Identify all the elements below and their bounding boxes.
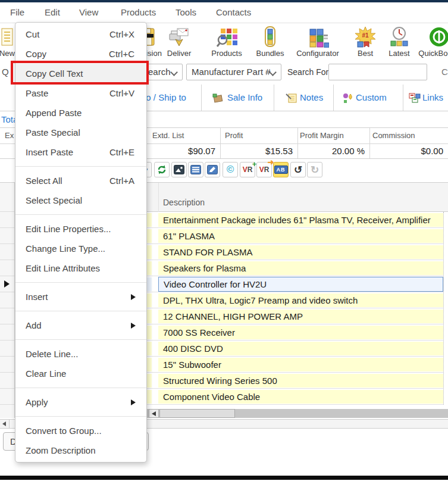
text-lines-icon bbox=[190, 164, 201, 175]
menu-view[interactable]: View bbox=[79, 2, 98, 23]
description-cell[interactable]: Structured Wiring Series 500 bbox=[158, 374, 443, 388]
tab-notes[interactable]: Notes bbox=[300, 85, 323, 111]
row-selector-cell[interactable] bbox=[0, 228, 14, 244]
search-for-label: Search For: bbox=[287, 67, 331, 77]
menu-item-paste[interactable]: Ctrl+VPaste bbox=[15, 83, 146, 103]
menu-item-paste-special[interactable]: Paste Special bbox=[15, 123, 146, 142]
row-selector-cell[interactable] bbox=[0, 276, 14, 292]
menu-item-label: Cut bbox=[26, 29, 39, 39]
tab-custom[interactable]: Custom bbox=[356, 85, 387, 111]
deliver-icon bbox=[152, 25, 206, 48]
bundles-icon bbox=[243, 25, 297, 48]
deliver-button[interactable]: Deliver bbox=[152, 25, 206, 61]
menu-item-append-paste[interactable]: Append Paste bbox=[15, 103, 146, 123]
scroll-left-arrow-icon[interactable] bbox=[149, 409, 159, 418]
ab-text-icon: AB bbox=[274, 165, 288, 174]
menu-edit[interactable]: Edit bbox=[45, 2, 60, 23]
row-selector-cell[interactable] bbox=[0, 292, 14, 308]
edit-button[interactable] bbox=[205, 162, 220, 177]
menu-item-label: Select All bbox=[26, 176, 62, 186]
deliver-label: Deliver bbox=[152, 49, 206, 58]
menu-item-cut[interactable]: Ctrl+XCut bbox=[15, 24, 146, 44]
description-cell[interactable]: 12 CHANNEL, HIGH POWER AMP bbox=[158, 310, 443, 323]
menu-separator bbox=[15, 339, 146, 340]
description-cell[interactable]: Component Video Cable bbox=[158, 390, 443, 404]
menu-contacts[interactable]: Contacts bbox=[216, 2, 251, 23]
copyscape-button[interactable]: © bbox=[223, 162, 238, 177]
menu-file[interactable]: File bbox=[10, 2, 24, 23]
part-number-dropdown[interactable]: Manufacturer Part # bbox=[186, 64, 281, 80]
menu-shortcut: Ctrl+X bbox=[109, 24, 134, 44]
menu-item-select-special[interactable]: Select Special bbox=[15, 190, 146, 210]
totals-header: Profit bbox=[225, 131, 243, 140]
row-selector-cell[interactable] bbox=[0, 244, 14, 260]
submenu-arrow-icon bbox=[131, 294, 136, 300]
row-selector-cell[interactable] bbox=[0, 308, 14, 324]
current-row-indicator-icon bbox=[4, 280, 10, 288]
menu-item-label: Insert bbox=[26, 292, 48, 302]
menu-item-select-all[interactable]: Ctrl+ASelect All bbox=[15, 171, 146, 190]
row-selector-cell[interactable] bbox=[0, 389, 14, 405]
search-for-input[interactable] bbox=[328, 64, 427, 80]
menu-item-label: Select Special bbox=[26, 195, 82, 205]
row-selector-cell[interactable] bbox=[0, 212, 14, 228]
refresh-button[interactable] bbox=[154, 162, 170, 177]
menubar: FileEditViewProductsToolsContacts bbox=[0, 2, 448, 23]
bundles-button[interactable]: Bundles bbox=[243, 25, 297, 61]
menu-tools[interactable]: Tools bbox=[176, 2, 196, 23]
row-selector-header bbox=[0, 182, 14, 212]
description-cell[interactable]: 7000 SS Receiver bbox=[158, 326, 443, 339]
right-edge-fragment: C bbox=[441, 67, 448, 77]
menu-item-label: Edit Line Properties... bbox=[26, 224, 111, 234]
menu-separator bbox=[15, 388, 146, 388]
image-button[interactable] bbox=[171, 162, 187, 177]
vendor-add-button[interactable]: VR+ bbox=[240, 162, 255, 177]
quickbooks-button[interactable]: QuickBooks bbox=[412, 25, 448, 61]
menu-item-zoom-description[interactable]: Zoom Description bbox=[15, 441, 146, 460]
menu-item-delete-line[interactable]: Delete Line... bbox=[15, 344, 146, 364]
menu-item-convert-to-group[interactable]: Convert to Group... bbox=[15, 421, 146, 441]
row-selector-cell[interactable] bbox=[0, 324, 14, 341]
lines-button[interactable] bbox=[188, 162, 203, 177]
description-cell[interactable]: DPL, THX Ultra, Logic7 Preamp and video … bbox=[158, 293, 443, 307]
menu-item-insert-paste[interactable]: Ctrl+EInsert Paste bbox=[15, 142, 146, 162]
menu-item-change-line-type[interactable]: Change Line Type... bbox=[15, 239, 146, 258]
description-cell[interactable]: 15" Subwoofer bbox=[158, 358, 443, 371]
menu-products[interactable]: Products bbox=[121, 2, 156, 23]
undo-button[interactable]: ↺ bbox=[290, 162, 306, 177]
row-selector-cell[interactable] bbox=[0, 341, 14, 357]
menu-item-label: Edit Line Attributes bbox=[26, 263, 100, 273]
menu-item-edit-line-properties[interactable]: Edit Line Properties... bbox=[15, 219, 146, 239]
description-cell[interactable]: STAND FOR PLASMA bbox=[158, 245, 443, 259]
menu-shortcut: Ctrl+A bbox=[109, 171, 134, 190]
menu-item-apply[interactable]: Apply bbox=[15, 392, 146, 412]
description-cell[interactable]: 61" PLASMA bbox=[158, 229, 443, 243]
menu-item-edit-line-attributes[interactable]: Edit Line Attributes bbox=[15, 258, 146, 278]
row-selector-cell[interactable] bbox=[0, 357, 14, 373]
row-selector-cell[interactable] bbox=[0, 373, 14, 389]
menu-item-clear-line[interactable]: Clear Line bbox=[15, 364, 146, 383]
menu-separator bbox=[15, 214, 146, 215]
menu-item-label: Zoom Description bbox=[26, 445, 96, 455]
scroll-left-arrow-icon[interactable] bbox=[0, 420, 10, 428]
description-cell[interactable]: Speakers for Plasma bbox=[158, 261, 443, 275]
tab-sale-info[interactable]: Sale Info bbox=[227, 85, 262, 111]
row-selector-cell[interactable] bbox=[0, 260, 14, 276]
menu-item-insert[interactable]: Insert bbox=[15, 287, 146, 307]
ab-toggle-button[interactable]: AB bbox=[273, 162, 289, 177]
configurator-button[interactable]: Configurator bbox=[291, 25, 344, 61]
scrollbar-thumb[interactable] bbox=[159, 409, 235, 418]
description-column-header: Description bbox=[163, 198, 205, 207]
svg-text:#1: #1 bbox=[362, 32, 369, 39]
vendor-arrow-button[interactable]: VR➜ bbox=[256, 162, 272, 177]
edit-context-menu: Ctrl+XCutCtrl+CCopyCopy Cell TextCtrl+VP… bbox=[15, 22, 147, 463]
description-cell[interactable]: Video Controller for HV2U bbox=[158, 277, 443, 292]
tab-links[interactable]: Links bbox=[422, 85, 443, 111]
undo-icon: ↺ bbox=[294, 164, 302, 176]
description-cell[interactable]: 400 DISC DVD bbox=[158, 342, 443, 355]
menu-item-label: Paste Special bbox=[26, 127, 80, 138]
tab-separator bbox=[274, 85, 274, 111]
description-cell[interactable]: Entertainment Package includes 61" Plasm… bbox=[158, 213, 443, 227]
totals-header: Extd. List bbox=[152, 131, 184, 140]
menu-item-add[interactable]: Add bbox=[15, 316, 146, 335]
